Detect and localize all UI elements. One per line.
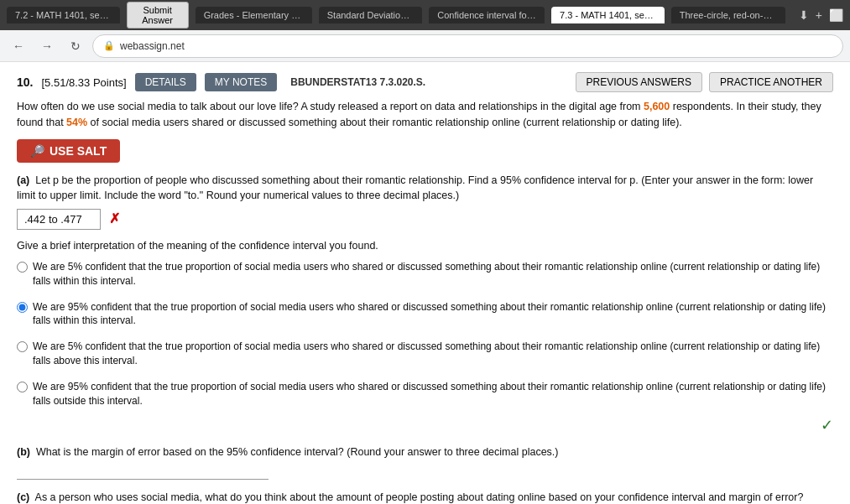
radio-input-4[interactable] — [17, 382, 28, 392]
browser-action-icons: ⬇ + ⬜ — [799, 8, 843, 22]
radio-input-1[interactable] — [17, 262, 28, 273]
bbunder-code: BBUNDERSTAT13 7.3.020.S. — [290, 76, 425, 88]
plus-icon: + — [816, 8, 822, 22]
window-icon: ⬜ — [829, 8, 843, 22]
content-area: 10. [5.51/8.33 Points] DETAILS MY NOTES … — [0, 62, 850, 504]
part-a-label: (a) Let p be the proportion of people wh… — [17, 173, 833, 205]
forward-button[interactable]: → — [35, 34, 59, 58]
radio-option-2[interactable]: We are 95% confident that the true propo… — [17, 297, 833, 332]
radio-option-1[interactable]: We are 5% confident that the true propor… — [17, 257, 833, 292]
part-a-answer-box[interactable]: .442 to .477 — [17, 209, 101, 230]
radio-input-3[interactable] — [17, 341, 28, 352]
use-salt-button[interactable]: 🔎 USE SALT — [17, 139, 120, 163]
error-mark: ✗ — [109, 211, 120, 226]
part-a-answer-row: .442 to .477 ✗ — [17, 209, 833, 233]
radio-option-4[interactable]: We are 95% confident that the true propo… — [17, 377, 833, 412]
radio-input-2[interactable] — [17, 302, 28, 313]
part-c-section: (c) As a person who uses social media, w… — [17, 491, 833, 504]
submit-answer-button[interactable]: Submit Answer — [127, 2, 189, 29]
part-b-answer-line[interactable] — [17, 461, 269, 480]
my-notes-button[interactable]: MY NOTES — [205, 73, 277, 91]
browser-nav-bar: ← → ↻ 🔒 webassign.net — [0, 30, 850, 62]
download-icon: ⬇ — [799, 8, 809, 22]
tab-grades[interactable]: Grades - Elementary Statistics S... — [196, 7, 312, 23]
browser-tabs-bar: 7.2 - MATH 1401, section 8G0 — Submit An… — [0, 0, 850, 30]
radio-option-3[interactable]: We are 5% confident that the true propor… — [17, 336, 833, 372]
question-points: [5.51/8.33 Points] — [41, 76, 126, 89]
question-header: 10. [5.51/8.33 Points] DETAILS MY NOTES … — [17, 72, 833, 92]
tab-math-72[interactable]: 7.2 - MATH 1401, section 8G0 — — [7, 7, 120, 23]
details-button[interactable]: DETAILS — [135, 73, 196, 91]
correct-checkmark: ✓ — [17, 416, 833, 434]
lock-icon: 🔒 — [103, 40, 115, 51]
address-bar[interactable]: 🔒 webassign.net — [92, 34, 843, 58]
back-button[interactable]: ← — [7, 34, 30, 58]
reload-button[interactable]: ↻ — [64, 34, 87, 58]
part-b-section: (b) What is the margin of error based on… — [17, 446, 833, 480]
percentage-highlight: 54% — [66, 117, 87, 128]
question-body-text: How often do we use social media to talk… — [17, 99, 833, 131]
salt-icon: 🔎 — [30, 144, 44, 158]
question-number: 10. — [17, 75, 33, 89]
practice-another-button[interactable]: PRACTICE ANOTHER — [709, 72, 833, 92]
brief-interp-label: Give a brief interpretation of the meani… — [17, 240, 833, 252]
tab-confidence[interactable]: Confidence interval for a proport... — [429, 7, 545, 23]
right-buttons: PREVIOUS ANSWERS PRACTICE ANOTHER — [576, 72, 833, 92]
previous-answers-button[interactable]: PREVIOUS ANSWERS — [576, 72, 702, 92]
tab-math-73[interactable]: 7.3 - MATH 1401, section 8G0 — — [551, 7, 665, 23]
tab-three-circle[interactable]: Three-circle, red-on-white is am... — [671, 7, 785, 23]
respondents-number: 5,600 — [644, 101, 670, 112]
tab-std-dev[interactable]: Standard Deviation Calculator — [319, 7, 423, 23]
radio-options-group: We are 5% confident that the true propor… — [17, 257, 833, 411]
